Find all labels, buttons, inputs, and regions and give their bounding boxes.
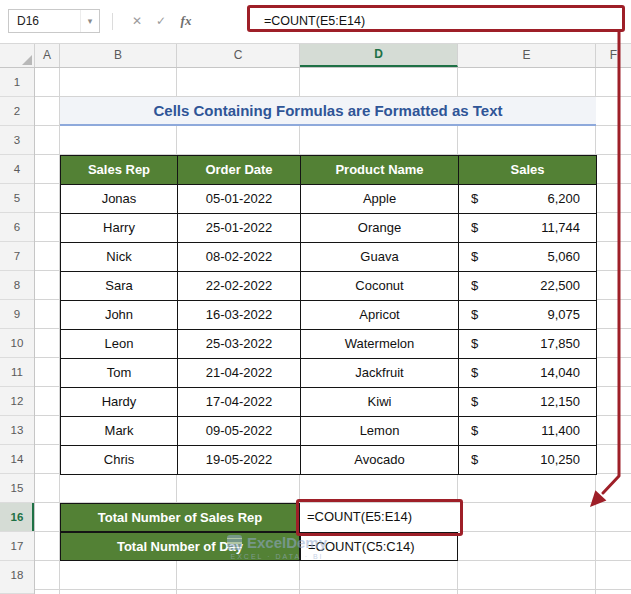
row-header-1[interactable]: 1 [0, 68, 34, 97]
cell-sales[interactable]: $12,150 [459, 388, 597, 417]
column-header-c[interactable]: C [177, 44, 300, 67]
cell-sales-rep[interactable]: Mark [61, 417, 178, 446]
cell-b16-total-sales-rep-label[interactable]: Total Number of Sales Rep [60, 503, 300, 532]
cell-sales[interactable]: $9,075 [459, 301, 597, 330]
row-header-13[interactable]: 13 [0, 416, 34, 445]
name-box-dropdown-icon[interactable]: ▾ [80, 10, 99, 32]
row-header-5[interactable]: 5 [0, 184, 34, 213]
cell-sales[interactable]: $17,850 [459, 330, 597, 359]
sales-amount: 14,040 [540, 359, 580, 387]
row-header-16[interactable]: 16 [0, 503, 34, 532]
cancel-icon[interactable]: ✕ [126, 9, 148, 33]
cell-sales-rep[interactable]: Harry [61, 214, 178, 243]
cell-sales[interactable]: $6,200 [459, 185, 597, 214]
cell-sales[interactable]: $11,744 [459, 214, 597, 243]
exceldemy-watermark: ExcelDemy EXCEL · DATA · BI [227, 534, 327, 560]
row-header-8[interactable]: 8 [0, 271, 34, 300]
cell-product[interactable]: Kiwi [301, 388, 459, 417]
sales-amount: 10,250 [540, 446, 580, 474]
row-header-4[interactable]: 4 [0, 155, 34, 184]
cell-order-date[interactable]: 21-04-2022 [178, 359, 301, 388]
cell-product[interactable]: Apricot [301, 301, 459, 330]
sheet-area: 1 2 3 4 5 6 7 8 9 10 11 12 13 14 15 16 1… [0, 68, 631, 594]
row-header-12[interactable]: 12 [0, 387, 34, 416]
cell-product[interactable]: Guava [301, 243, 459, 272]
row-header-14[interactable]: 14 [0, 445, 34, 474]
cell-product[interactable]: Lemon [301, 417, 459, 446]
cell-d16-highlight-box [296, 499, 463, 536]
row-header-11[interactable]: 11 [0, 358, 34, 387]
column-header-b[interactable]: B [60, 44, 177, 67]
column-header-e[interactable]: E [458, 44, 596, 67]
cell-order-date[interactable]: 17-04-2022 [178, 388, 301, 417]
row-header-column: 1 2 3 4 5 6 7 8 9 10 11 12 13 14 15 16 1… [0, 68, 35, 594]
cell-order-date[interactable]: 22-02-2022 [178, 272, 301, 301]
sales-amount: 12,150 [540, 388, 580, 416]
cell-sales-rep[interactable]: Tom [61, 359, 178, 388]
currency-symbol: $ [471, 388, 478, 416]
cell-sales-rep[interactable]: Leon [61, 330, 178, 359]
select-all-corner[interactable] [0, 44, 35, 67]
exceldemy-logo-icon [227, 535, 242, 550]
cell-order-date[interactable]: 25-01-2022 [178, 214, 301, 243]
cell-product[interactable]: Orange [301, 214, 459, 243]
row-header-3[interactable]: 3 [0, 126, 34, 155]
cell-sales[interactable]: $11,400 [459, 417, 597, 446]
sales-amount: 17,850 [540, 330, 580, 358]
row-header-2[interactable]: 2 [0, 97, 34, 126]
cell-product[interactable]: Avocado [301, 446, 459, 475]
sales-amount: 9,075 [547, 301, 580, 329]
row-header-6[interactable]: 6 [0, 213, 34, 242]
sales-amount: 5,060 [547, 243, 580, 271]
column-header-f[interactable]: F [596, 44, 631, 67]
toolbar-divider [112, 13, 113, 30]
column-header-d[interactable]: D [300, 44, 458, 67]
row-header-18[interactable]: 18 [0, 561, 34, 594]
enter-icon[interactable]: ✓ [150, 9, 172, 33]
cell-order-date[interactable]: 05-01-2022 [178, 185, 301, 214]
cell-sales-rep[interactable]: Hardy [61, 388, 178, 417]
table-header-order-date[interactable]: Order Date [178, 156, 301, 185]
cell-order-date[interactable]: 09-05-2022 [178, 417, 301, 446]
cell-product[interactable]: Coconut [301, 272, 459, 301]
cell-product[interactable]: Watermelon [301, 330, 459, 359]
sales-amount: 11,400 [541, 417, 580, 445]
cell-sales[interactable]: $10,250 [459, 446, 597, 475]
cell-sales-rep[interactable]: Nick [61, 243, 178, 272]
cell-sales-rep[interactable]: Sara [61, 272, 178, 301]
sheet-grid[interactable]: Cells Containing Formulas are Formatted … [35, 68, 631, 594]
cell-product[interactable]: Jackfruit [301, 359, 459, 388]
cell-order-date[interactable]: 16-03-2022 [178, 301, 301, 330]
cell-product[interactable]: Apple [301, 185, 459, 214]
currency-symbol: $ [471, 243, 478, 271]
formula-bar-area: D16 ▾ ✕ ✓ fx =COUNT(E5:E14) [0, 0, 631, 44]
watermark-name: ExcelDemy [247, 534, 327, 551]
sales-amount: 22,500 [540, 272, 580, 300]
row-header-7[interactable]: 7 [0, 242, 34, 271]
name-box[interactable]: D16 ▾ [8, 9, 100, 33]
cell-sales[interactable]: $14,040 [459, 359, 597, 388]
insert-function-icon[interactable]: fx [175, 9, 197, 33]
row-header-17[interactable]: 17 [0, 532, 34, 561]
table-header-product-name[interactable]: Product Name [301, 156, 459, 185]
cell-sales-rep[interactable]: Chris [61, 446, 178, 475]
watermark-row: ExcelDemy [227, 534, 327, 551]
cell-sales[interactable]: $22,500 [459, 272, 597, 301]
cell-sales-rep[interactable]: John [61, 301, 178, 330]
table-header-sales-rep[interactable]: Sales Rep [61, 156, 178, 185]
row-header-9[interactable]: 9 [0, 300, 34, 329]
watermark-tagline: EXCEL · DATA · BI [227, 553, 327, 560]
row-header-15[interactable]: 15 [0, 474, 34, 503]
currency-symbol: $ [471, 214, 478, 242]
cell-order-date[interactable]: 25-03-2022 [178, 330, 301, 359]
row-header-10[interactable]: 10 [0, 329, 34, 358]
table-header-sales[interactable]: Sales [459, 156, 597, 185]
cell-sales-rep[interactable]: Jonas [61, 185, 178, 214]
currency-symbol: $ [471, 359, 478, 387]
cell-sales[interactable]: $5,060 [459, 243, 597, 272]
currency-symbol: $ [471, 185, 478, 213]
cell-order-date[interactable]: 08-02-2022 [178, 243, 301, 272]
column-header-a[interactable]: A [35, 44, 60, 67]
currency-symbol: $ [471, 272, 478, 300]
cell-order-date[interactable]: 19-05-2022 [178, 446, 301, 475]
